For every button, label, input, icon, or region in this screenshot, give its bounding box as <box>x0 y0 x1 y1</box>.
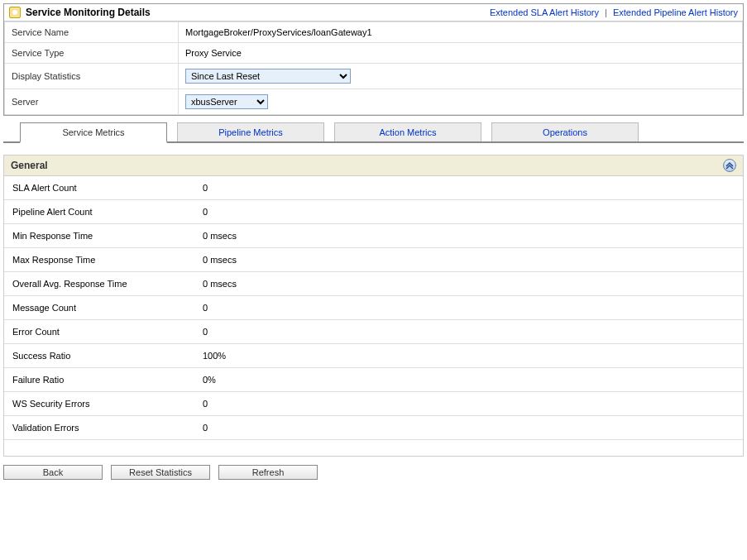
max-response-value: 0 msecs <box>194 248 743 272</box>
tab-operations[interactable]: Operations <box>491 122 639 141</box>
general-title: General <box>11 160 48 171</box>
failure-ratio-value: 0% <box>194 368 743 392</box>
message-count-value: 0 <box>194 296 743 320</box>
details-table: Service Name MortgageBroker/ProxyService… <box>4 22 743 115</box>
tab-action-metrics[interactable]: Action Metrics <box>334 122 481 141</box>
min-response-value: 0 msecs <box>194 224 743 248</box>
display-stats-select[interactable]: Since Last Reset <box>185 69 351 84</box>
service-name-value: MortgageBroker/ProxyServices/loanGateway… <box>179 22 743 43</box>
panel-links: Extended SLA Alert History | Extended Pi… <box>490 7 738 17</box>
refresh-button[interactable]: Refresh <box>218 465 318 480</box>
avg-response-label: Overall Avg. Response Time <box>4 272 194 296</box>
pipeline-alert-count-value: 0 <box>194 200 743 224</box>
table-row: SLA Alert Count0 <box>4 176 743 200</box>
general-metrics-table: SLA Alert Count0 Pipeline Alert Count0 M… <box>4 176 743 439</box>
error-count-label: Error Count <box>4 320 194 344</box>
server-label: Server <box>5 89 179 115</box>
table-row: Pipeline Alert Count0 <box>4 200 743 224</box>
button-bar: Back Reset Statistics Refresh <box>3 465 744 480</box>
min-response-label: Min Response Time <box>4 224 194 248</box>
avg-response-value: 0 msecs <box>194 272 743 296</box>
validation-value: 0 <box>194 416 743 440</box>
sla-alert-count-value: 0 <box>194 176 743 200</box>
sla-alert-count-label: SLA Alert Count <box>4 176 194 200</box>
general-header: General <box>4 156 743 176</box>
max-response-label: Max Response Time <box>4 248 194 272</box>
validation-label: Validation Errors <box>4 416 194 440</box>
table-row: Validation Errors0 <box>4 416 743 440</box>
table-row: Failure Ratio0% <box>4 368 743 392</box>
section-padding <box>4 439 743 456</box>
pipeline-alert-count-label: Pipeline Alert Count <box>4 200 194 224</box>
service-type-label: Service Type <box>5 43 179 64</box>
service-type-row: Service Type Proxy Service <box>5 43 743 64</box>
error-count-value: 0 <box>194 320 743 344</box>
panel-header: Service Monitoring Details Extended SLA … <box>4 4 743 22</box>
display-stats-cell: Since Last Reset <box>179 64 743 89</box>
display-stats-label: Display Statistics <box>5 64 179 89</box>
extended-sla-link[interactable]: Extended SLA Alert History <box>490 7 599 17</box>
reset-statistics-button[interactable]: Reset Statistics <box>111 465 210 480</box>
table-row: Success Ratio100% <box>4 344 743 368</box>
table-row: Overall Avg. Response Time0 msecs <box>4 272 743 296</box>
success-ratio-label: Success Ratio <box>4 344 194 368</box>
extended-pipeline-link[interactable]: Extended Pipeline Alert History <box>613 7 738 17</box>
ws-security-value: 0 <box>194 392 743 416</box>
service-icon <box>9 7 21 18</box>
ws-security-label: WS Security Errors <box>4 392 194 416</box>
link-separator: | <box>605 7 607 17</box>
table-row: Error Count0 <box>4 320 743 344</box>
tabs: Service Metrics Pipeline Metrics Action … <box>3 121 744 143</box>
server-select[interactable]: xbusServer <box>185 94 268 109</box>
panel-title: Service Monitoring Details <box>26 7 151 18</box>
service-monitoring-panel: Service Monitoring Details Extended SLA … <box>3 3 744 116</box>
server-row: Server xbusServer <box>5 89 743 115</box>
failure-ratio-label: Failure Ratio <box>4 368 194 392</box>
table-row: Max Response Time0 msecs <box>4 248 743 272</box>
table-row: WS Security Errors0 <box>4 392 743 416</box>
service-type-value: Proxy Service <box>179 43 743 64</box>
collapse-icon[interactable] <box>723 159 736 172</box>
table-row: Message Count0 <box>4 296 743 320</box>
display-stats-row: Display Statistics Since Last Reset <box>5 64 743 89</box>
server-cell: xbusServer <box>179 89 743 115</box>
tab-service-metrics[interactable]: Service Metrics <box>20 122 167 143</box>
message-count-label: Message Count <box>4 296 194 320</box>
table-row: Min Response Time0 msecs <box>4 224 743 248</box>
general-section: General SLA Alert Count0 Pipeline Alert … <box>3 155 744 457</box>
success-ratio-value: 100% <box>194 344 743 368</box>
back-button[interactable]: Back <box>3 465 103 480</box>
service-name-row: Service Name MortgageBroker/ProxyService… <box>5 22 743 43</box>
tab-pipeline-metrics[interactable]: Pipeline Metrics <box>177 122 324 141</box>
tabs-container: Service Metrics Pipeline Metrics Action … <box>3 121 744 143</box>
service-name-label: Service Name <box>5 22 179 43</box>
